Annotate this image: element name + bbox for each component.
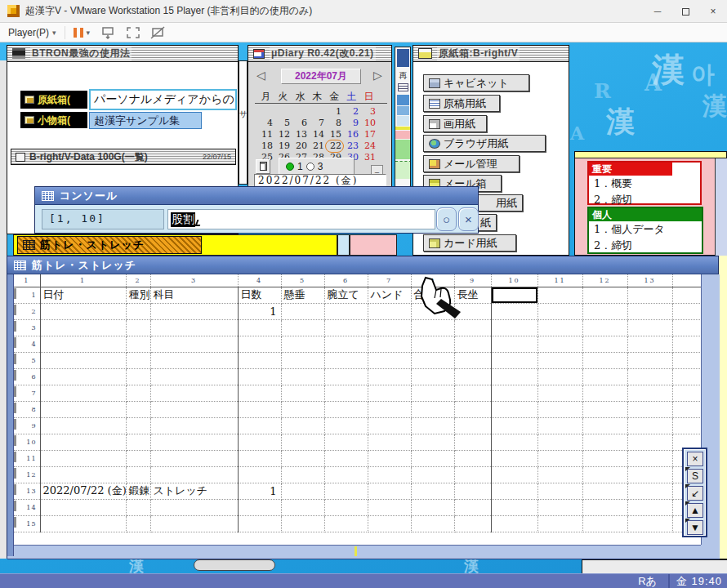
sheet-col-header[interactable]: 5 — [281, 274, 324, 287]
sheet-cell[interactable] — [126, 515, 150, 532]
calendar-day[interactable]: 16 — [343, 129, 360, 140]
sheet-cell[interactable] — [491, 352, 537, 368]
sheet-cell[interactable] — [281, 515, 324, 532]
sheet-cell[interactable]: 懸垂 — [281, 287, 324, 303]
sheet-cell[interactable] — [454, 434, 491, 450]
calendar-day[interactable]: 20 — [292, 140, 309, 152]
sheet-cell[interactable] — [491, 287, 537, 303]
sheet-cell[interactable] — [126, 466, 150, 483]
calendar-day[interactable] — [257, 106, 274, 118]
sheet-cell[interactable] — [491, 466, 537, 483]
sheet-cell[interactable] — [582, 417, 627, 434]
sheet-cell[interactable] — [40, 499, 126, 515]
calendar-day[interactable]: 18 — [257, 140, 274, 152]
sheet-cell[interactable] — [627, 352, 672, 368]
sheet-cell[interactable] — [582, 385, 627, 401]
sample-collection-link[interactable]: 超漢字サンプル集 — [89, 112, 202, 129]
close-button[interactable]: × — [699, 0, 727, 23]
sheet-cell[interactable] — [368, 336, 411, 352]
sheet-cell[interactable] — [40, 319, 126, 336]
sheet-cell[interactable] — [238, 385, 281, 401]
sheet-cell[interactable] — [40, 515, 126, 532]
sheet-cell[interactable] — [238, 499, 281, 515]
ime-status[interactable]: Rあ — [638, 574, 657, 588]
selected-date-field[interactable]: 2022/07/22 (金) — [254, 174, 386, 187]
sheet-cell[interactable] — [238, 368, 281, 385]
sheet-cell[interactable] — [411, 450, 454, 466]
sheet-cell[interactable] — [238, 319, 281, 336]
sheet-cell[interactable] — [40, 336, 126, 352]
sheet-cell[interactable]: 科目 — [150, 287, 238, 303]
sheet-cell[interactable] — [324, 483, 368, 499]
sheet-cell[interactable] — [150, 368, 238, 385]
sheet-row-header[interactable]: 13 — [14, 483, 40, 499]
sheet-cell[interactable] — [238, 352, 281, 368]
sheet-cell[interactable] — [126, 303, 150, 319]
sheet-cell[interactable] — [411, 466, 454, 483]
sheet-cell[interactable] — [324, 515, 368, 532]
sheet-cell[interactable] — [627, 515, 672, 532]
sheet-cell[interactable] — [672, 303, 701, 319]
sheet-cell[interactable] — [491, 303, 537, 319]
sheet-cell[interactable] — [126, 368, 150, 385]
sheet-row-header[interactable]: 4 — [14, 336, 40, 352]
sheet-cell[interactable] — [40, 434, 126, 450]
sheet-cell[interactable] — [150, 385, 238, 401]
sheet-cell[interactable] — [627, 368, 672, 385]
sheet-row-header[interactable]: 14 — [14, 499, 40, 515]
sheet-cell[interactable] — [627, 401, 672, 417]
send-ctrl-alt-del-icon[interactable] — [101, 26, 116, 39]
sheet-cell[interactable] — [454, 385, 491, 401]
sheet-cell[interactable]: ストレッチ — [150, 483, 238, 499]
sheet-cell[interactable] — [582, 466, 627, 483]
sheet-cell[interactable] — [537, 303, 582, 319]
clock[interactable]: 金 19:40 — [676, 574, 722, 588]
sheet-cell[interactable] — [150, 352, 238, 368]
sheet-cell[interactable] — [368, 352, 411, 368]
sheet-cell[interactable] — [150, 515, 238, 532]
sheet-cell[interactable] — [672, 368, 701, 385]
sheet-cell[interactable] — [537, 466, 582, 483]
sheet-cell[interactable] — [537, 515, 582, 532]
sheet-cell[interactable] — [582, 515, 627, 532]
sheet-cell[interactable] — [150, 417, 238, 434]
sheet-cell[interactable] — [368, 368, 411, 385]
palette-up-button[interactable]: ▲ — [687, 503, 703, 518]
sheet-row-header[interactable]: 2 — [14, 303, 40, 319]
console-titlebar[interactable]: コンソール — [35, 187, 478, 205]
sheet-cell[interactable] — [281, 319, 324, 336]
sheet-cell[interactable] — [582, 352, 627, 368]
calendar-day[interactable]: 23 — [343, 140, 360, 152]
execute-button[interactable]: ○ — [436, 207, 457, 231]
paperbox-item[interactable]: メール管理 — [423, 155, 520, 172]
sheet-cell[interactable] — [150, 499, 238, 515]
sheet-cell[interactable] — [627, 499, 672, 515]
sheet-cell[interactable] — [454, 483, 491, 499]
sheet-cell[interactable] — [126, 401, 150, 417]
sheet-cell[interactable] — [324, 401, 368, 417]
sheet-cell[interactable] — [281, 450, 324, 466]
sheet-cell[interactable] — [281, 417, 324, 434]
sheet-cell[interactable] — [454, 319, 491, 336]
sheet-cell[interactable]: 1 — [238, 303, 281, 319]
accessory-box-button[interactable]: 小物箱( — [20, 112, 87, 128]
sheet-cell[interactable] — [627, 385, 672, 401]
sheet-cell[interactable] — [281, 401, 324, 417]
sheet-cell[interactable] — [582, 499, 627, 515]
calendar-day[interactable]: 19 — [274, 140, 292, 152]
sheet-cell[interactable] — [411, 336, 454, 352]
paper-box-button[interactable]: 原紙箱( — [20, 91, 87, 109]
sheet-cell[interactable] — [126, 352, 150, 368]
sheet-cell[interactable] — [454, 515, 491, 532]
sheet-col-header[interactable]: 10 — [491, 274, 537, 287]
sheet-cell[interactable] — [491, 434, 537, 450]
sheet-cell[interactable]: 種別 — [126, 287, 150, 303]
sheet-row-header[interactable]: 6 — [14, 368, 40, 385]
sheet-cell[interactable] — [491, 401, 537, 417]
calendar-day[interactable]: 12 — [274, 129, 292, 140]
sheet-cell[interactable] — [411, 385, 454, 401]
sheet-cell[interactable] — [324, 417, 368, 434]
sheet-cell[interactable] — [324, 385, 368, 401]
sheet-cell[interactable] — [537, 319, 582, 336]
sheet-cell[interactable] — [537, 368, 582, 385]
